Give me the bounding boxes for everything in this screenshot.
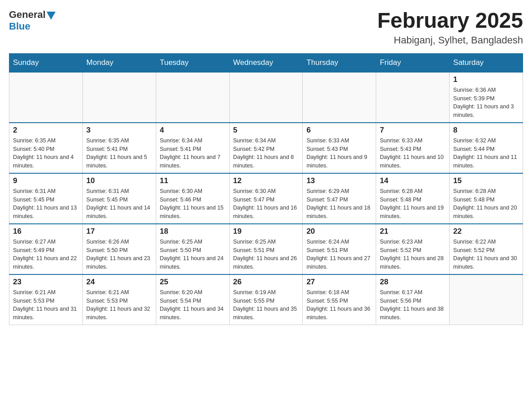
day-number: 9 [13,176,79,185]
logo: General Blue [9,9,56,32]
calendar-cell: 9Sunrise: 6:31 AMSunset: 5:45 PMDaylight… [9,173,83,224]
calendar-cell [303,72,376,123]
day-number: 15 [453,176,519,185]
calendar-cell: 22Sunrise: 6:22 AMSunset: 5:52 PMDayligh… [450,224,523,274]
day-number: 23 [13,278,79,287]
day-number: 3 [86,126,152,135]
calendar-cell [82,72,156,123]
weekday-header-saturday: Saturday [450,53,523,72]
calendar-cell: 24Sunrise: 6:21 AMSunset: 5:53 PMDayligh… [82,274,156,325]
day-info: Sunrise: 6:23 AMSunset: 5:52 PMDaylight:… [380,238,446,271]
day-number: 27 [306,278,372,287]
day-number: 25 [160,278,226,287]
calendar-cell: 2Sunrise: 6:35 AMSunset: 5:40 PMDaylight… [9,123,83,173]
logo-blue-text: Blue [9,21,30,32]
calendar-cell: 3Sunrise: 6:35 AMSunset: 5:41 PMDaylight… [82,123,156,173]
calendar-cell: 11Sunrise: 6:30 AMSunset: 5:46 PMDayligh… [156,173,229,224]
calendar-cell: 4Sunrise: 6:34 AMSunset: 5:41 PMDaylight… [156,123,229,173]
calendar-cell: 8Sunrise: 6:32 AMSunset: 5:44 PMDaylight… [450,123,523,173]
weekday-header-sunday: Sunday [9,53,83,72]
location-subtitle: Habiganj, Sylhet, Bangladesh [377,34,523,46]
calendar-cell [376,72,450,123]
day-number: 26 [233,278,299,287]
day-number: 22 [453,227,519,236]
day-info: Sunrise: 6:25 AMSunset: 5:50 PMDaylight:… [160,238,226,271]
logo-arrow-icon [47,12,56,20]
calendar-cell [9,72,83,123]
day-number: 19 [233,227,299,236]
calendar-table: SundayMondayTuesdayWednesdayThursdayFrid… [9,53,523,325]
calendar-week-row: 23Sunrise: 6:21 AMSunset: 5:53 PMDayligh… [9,274,523,325]
day-number: 13 [306,176,372,185]
day-info: Sunrise: 6:28 AMSunset: 5:48 PMDaylight:… [380,187,446,221]
day-number: 7 [380,126,446,135]
weekday-header-thursday: Thursday [303,53,376,72]
day-info: Sunrise: 6:36 AMSunset: 5:39 PMDaylight:… [453,86,519,120]
calendar-cell: 12Sunrise: 6:30 AMSunset: 5:47 PMDayligh… [229,173,303,224]
calendar-cell: 26Sunrise: 6:19 AMSunset: 5:55 PMDayligh… [229,274,303,325]
title-section: February 2025 Habiganj, Sylhet, Banglade… [377,9,523,46]
day-info: Sunrise: 6:35 AMSunset: 5:40 PMDaylight:… [13,137,79,170]
day-number: 17 [86,227,152,236]
weekday-header-tuesday: Tuesday [156,53,229,72]
day-number: 16 [13,227,79,236]
calendar-cell: 16Sunrise: 6:27 AMSunset: 5:49 PMDayligh… [9,224,83,274]
calendar-cell: 6Sunrise: 6:33 AMSunset: 5:43 PMDaylight… [303,123,376,173]
day-info: Sunrise: 6:25 AMSunset: 5:51 PMDaylight:… [233,238,299,271]
day-number: 21 [380,227,446,236]
calendar-week-row: 9Sunrise: 6:31 AMSunset: 5:45 PMDaylight… [9,173,523,224]
calendar-cell [450,274,523,325]
day-info: Sunrise: 6:19 AMSunset: 5:55 PMDaylight:… [233,288,299,322]
day-number: 18 [160,227,226,236]
day-number: 12 [233,176,299,185]
calendar-cell: 18Sunrise: 6:25 AMSunset: 5:50 PMDayligh… [156,224,229,274]
calendar-cell: 27Sunrise: 6:18 AMSunset: 5:55 PMDayligh… [303,274,376,325]
day-info: Sunrise: 6:17 AMSunset: 5:56 PMDaylight:… [380,288,446,322]
weekday-header-wednesday: Wednesday [229,53,303,72]
calendar-cell: 19Sunrise: 6:25 AMSunset: 5:51 PMDayligh… [229,224,303,274]
calendar-header-row: SundayMondayTuesdayWednesdayThursdayFrid… [9,53,523,72]
calendar-cell: 14Sunrise: 6:28 AMSunset: 5:48 PMDayligh… [376,173,450,224]
calendar-cell: 1Sunrise: 6:36 AMSunset: 5:39 PMDaylight… [450,72,523,123]
calendar-cell: 5Sunrise: 6:34 AMSunset: 5:42 PMDaylight… [229,123,303,173]
logo-general-text: General [9,9,46,21]
day-number: 1 [453,75,519,84]
day-info: Sunrise: 6:32 AMSunset: 5:44 PMDaylight:… [453,137,519,170]
day-info: Sunrise: 6:21 AMSunset: 5:53 PMDaylight:… [86,288,152,322]
month-year-title: February 2025 [377,9,523,33]
day-info: Sunrise: 6:31 AMSunset: 5:45 PMDaylight:… [13,187,79,221]
calendar-week-row: 16Sunrise: 6:27 AMSunset: 5:49 PMDayligh… [9,224,523,274]
day-info: Sunrise: 6:35 AMSunset: 5:41 PMDaylight:… [86,137,152,170]
day-info: Sunrise: 6:34 AMSunset: 5:41 PMDaylight:… [160,137,226,170]
day-info: Sunrise: 6:34 AMSunset: 5:42 PMDaylight:… [233,137,299,170]
day-info: Sunrise: 6:33 AMSunset: 5:43 PMDaylight:… [380,137,446,170]
day-info: Sunrise: 6:30 AMSunset: 5:46 PMDaylight:… [160,187,226,221]
day-number: 4 [160,126,226,135]
calendar-cell: 10Sunrise: 6:31 AMSunset: 5:45 PMDayligh… [82,173,156,224]
day-info: Sunrise: 6:30 AMSunset: 5:47 PMDaylight:… [233,187,299,221]
calendar-cell: 21Sunrise: 6:23 AMSunset: 5:52 PMDayligh… [376,224,450,274]
weekday-header-monday: Monday [82,53,156,72]
calendar-cell: 7Sunrise: 6:33 AMSunset: 5:43 PMDaylight… [376,123,450,173]
day-info: Sunrise: 6:18 AMSunset: 5:55 PMDaylight:… [306,288,372,322]
day-number: 2 [13,126,79,135]
day-info: Sunrise: 6:21 AMSunset: 5:53 PMDaylight:… [13,288,79,322]
calendar-week-row: 1Sunrise: 6:36 AMSunset: 5:39 PMDaylight… [9,72,523,123]
day-info: Sunrise: 6:33 AMSunset: 5:43 PMDaylight:… [306,137,372,170]
calendar-cell: 28Sunrise: 6:17 AMSunset: 5:56 PMDayligh… [376,274,450,325]
day-info: Sunrise: 6:22 AMSunset: 5:52 PMDaylight:… [453,238,519,271]
calendar-cell: 23Sunrise: 6:21 AMSunset: 5:53 PMDayligh… [9,274,83,325]
calendar-cell: 13Sunrise: 6:29 AMSunset: 5:47 PMDayligh… [303,173,376,224]
day-number: 24 [86,278,152,287]
calendar-cell [156,72,229,123]
day-number: 14 [380,176,446,185]
calendar-cell: 25Sunrise: 6:20 AMSunset: 5:54 PMDayligh… [156,274,229,325]
page-header: General Blue February 2025 Habiganj, Syl… [9,9,523,46]
calendar-cell: 15Sunrise: 6:28 AMSunset: 5:48 PMDayligh… [450,173,523,224]
day-number: 28 [380,278,446,287]
calendar-cell [229,72,303,123]
weekday-header-friday: Friday [376,53,450,72]
day-number: 5 [233,126,299,135]
day-info: Sunrise: 6:27 AMSunset: 5:49 PMDaylight:… [13,238,79,271]
day-info: Sunrise: 6:20 AMSunset: 5:54 PMDaylight:… [160,288,226,322]
